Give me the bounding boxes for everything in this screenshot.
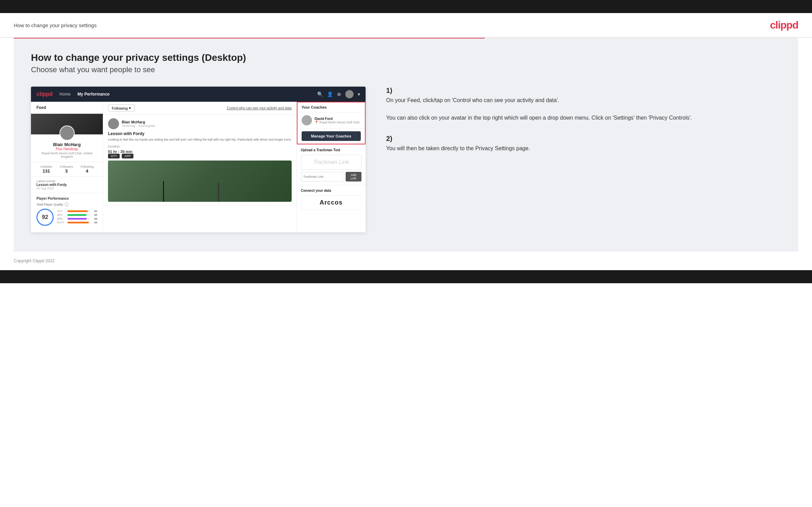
post-tags: OTT APP: [108, 154, 292, 158]
app-feed: Following ▾ Control who can see your act…: [103, 102, 297, 232]
coach-avatar: [302, 115, 312, 125]
nav-my-performance[interactable]: My Performance: [77, 92, 109, 97]
stat-followers: Followers 3: [60, 165, 73, 174]
metric-app-val: 85: [91, 213, 97, 217]
stat-followers-label: Followers: [60, 165, 73, 168]
post-desc: Looking to feel like my hands are exitin…: [108, 137, 292, 142]
metric-arg: ARG 86: [57, 217, 97, 220]
app-nav: clippd Home My Performance 🔍 👤 ⊕ ▾: [31, 87, 366, 102]
metric-putt-bar-bg: [67, 222, 90, 223]
add-link-button[interactable]: Add Link: [346, 172, 361, 181]
profile-avatar: [59, 125, 75, 141]
metric-ott-bar: [67, 210, 88, 212]
app-sidebar: Feed Blair McHarg Plus Handicap Royal No…: [31, 102, 103, 232]
instruction-2-num: 2): [386, 135, 781, 143]
instruction-2-text: You will then be taken directly to the P…: [386, 144, 781, 153]
profile-banner: [31, 114, 103, 134]
post-image: [108, 161, 292, 202]
metric-app-label: APP: [57, 213, 66, 217]
stat-followers-val: 3: [60, 168, 73, 174]
page-subheading: Choose what you want people to see: [31, 65, 781, 74]
golfer-silhouette-1: [163, 181, 164, 202]
page-heading: How to change your privacy settings (Des…: [31, 52, 781, 63]
post-author-info: Blair McHarg Yesterday · Sunningdale: [122, 120, 155, 128]
metric-putt-label: PUTT: [57, 221, 66, 224]
arccos-brand: Arccos: [301, 195, 361, 210]
app-body: Feed Blair McHarg Plus Handicap Royal No…: [31, 102, 366, 232]
perf-metrics: OTT 90 APP 85: [57, 210, 97, 225]
following-label: Following: [112, 106, 128, 110]
latest-activity-label: Latest Activity: [36, 179, 97, 183]
metric-ott: OTT 90: [57, 210, 97, 213]
coaches-box: Your Coaches David Ford 📍 Royal North De…: [297, 102, 366, 144]
stat-following: Following 4: [80, 165, 94, 174]
trackman-box: Upload a Trackman Test Trackman Link Add…: [297, 144, 366, 185]
main-content: How to change your privacy settings (Des…: [14, 38, 798, 252]
trackman-title: Upload a Trackman Test: [301, 148, 361, 152]
trackman-link-input[interactable]: [301, 172, 344, 181]
coaches-header: Your Coaches: [297, 102, 365, 112]
profile-stats: Activities 131 Followers 3 Following 4: [31, 162, 103, 177]
content-row: clippd Home My Performance 🔍 👤 ⊕ ▾: [31, 87, 781, 232]
post-title: Lesson with Fordy: [108, 131, 292, 136]
metric-app-bar: [67, 214, 86, 216]
post-author-name: Blair McHarg: [122, 120, 155, 124]
trackman-input-row: Add Link: [301, 172, 361, 181]
metric-arg-val: 86: [91, 217, 97, 220]
app-right-sidebar: Your Coaches David Ford 📍 Royal North De…: [297, 102, 366, 232]
connect-title: Connect your data: [301, 189, 361, 192]
instruction-1-num: 1): [386, 87, 781, 95]
stat-activities-label: Activities: [40, 165, 53, 168]
logo: clippd: [770, 19, 798, 31]
perf-row: 92 OTT 90 APP: [36, 209, 97, 226]
nav-home[interactable]: Home: [59, 92, 71, 97]
following-button[interactable]: Following ▾: [108, 104, 135, 112]
metric-arg-bar: [67, 218, 87, 220]
stat-following-label: Following: [80, 165, 94, 168]
coach-name: David Ford: [315, 117, 359, 121]
following-chevron: ▾: [129, 106, 131, 110]
stat-activities: Activities 131: [40, 165, 53, 174]
copyright: Copyright Clippd 2022: [14, 258, 55, 263]
user-avatar-nav[interactable]: [345, 90, 354, 98]
stat-following-val: 4: [80, 168, 94, 174]
trackman-link-placeholder: Trackman Link: [301, 155, 361, 170]
header-title: How to change your privacy settings: [14, 22, 97, 28]
chevron-down-icon[interactable]: ▾: [358, 91, 360, 97]
metric-app: APP 85: [57, 213, 97, 217]
latest-activity-title: Lesson with Fordy: [36, 183, 97, 187]
footer: Copyright Clippd 2022: [0, 252, 812, 270]
person-icon[interactable]: 👤: [327, 91, 333, 97]
instruction-1-text: On your Feed, click/tap on 'Control who …: [386, 96, 781, 122]
location-icon: 📍: [315, 121, 318, 124]
player-performance: Player Performance Total Player Quality …: [31, 193, 103, 229]
tag-ott: OTT: [108, 154, 120, 158]
tpq-info-icon: i: [65, 202, 69, 207]
profile-handicap: Plus Handicap: [36, 147, 97, 151]
profile-club: Royal North Devon Golf Club, United King…: [36, 152, 97, 158]
coach-club: 📍 Royal North Devon Golf Club: [315, 121, 359, 124]
metric-ott-val: 90: [91, 210, 97, 213]
player-perf-title: Player Performance: [36, 197, 97, 200]
latest-activity: Latest Activity Lesson with Fordy 03 Aug…: [31, 177, 103, 193]
metric-app-bar-bg: [67, 214, 90, 216]
feed-tab[interactable]: Feed: [31, 102, 103, 114]
manage-coaches-button[interactable]: Manage Your Coaches: [302, 131, 361, 141]
control-privacy-link[interactable]: Control who can see your activity and da…: [227, 106, 291, 110]
coach-club-text: Royal North Devon Golf Club: [320, 121, 359, 124]
connect-box: Connect your data Arccos: [297, 185, 366, 213]
coach-info: David Ford 📍 Royal North Devon Golf Club: [315, 117, 359, 124]
metric-ott-bar-bg: [67, 210, 90, 212]
quality-circle: 92: [36, 209, 54, 226]
screenshot-wrapper: clippd Home My Performance 🔍 👤 ⊕ ▾: [31, 87, 366, 232]
instruction-1: 1) On your Feed, click/tap on 'Control w…: [386, 87, 781, 122]
latest-activity-date: 03 Aug 2022: [36, 187, 97, 190]
metric-putt-bar: [67, 222, 89, 223]
plus-circle-icon[interactable]: ⊕: [337, 91, 341, 97]
app-logo: clippd: [36, 91, 53, 97]
instructions-panel: 1) On your Feed, click/tap on 'Control w…: [379, 87, 781, 165]
search-icon[interactable]: 🔍: [317, 91, 323, 97]
metric-arg-bar-bg: [67, 218, 90, 220]
header: How to change your privacy settings clip…: [0, 13, 812, 38]
tpq-label-row: Total Player Quality i: [36, 202, 97, 207]
